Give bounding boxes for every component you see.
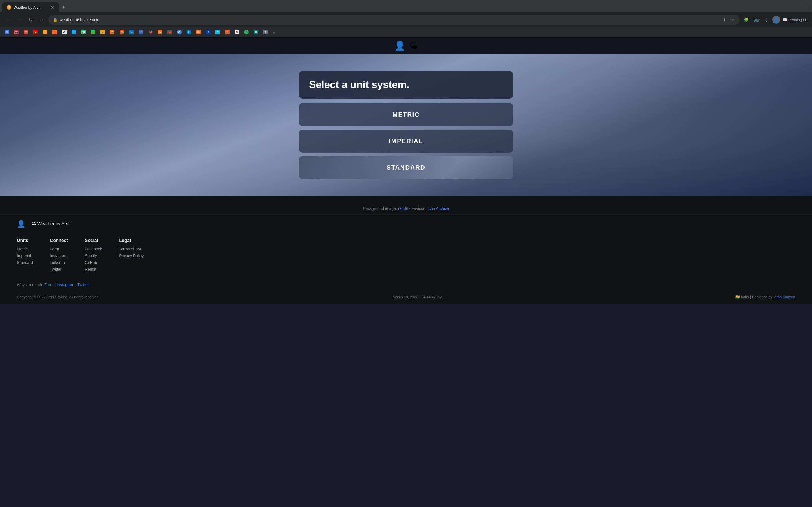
list-item: Standard (17, 260, 33, 265)
bookmark-google[interactable]: G (175, 29, 184, 36)
back-button[interactable]: ← (3, 15, 12, 24)
browser-menu-button[interactable]: ⋮ (762, 15, 771, 24)
bookmark-brave[interactable]: 🦁 (223, 29, 232, 36)
bookmark-paytm[interactable]: P (213, 29, 222, 36)
credits-middle: • Favicon: (408, 206, 427, 211)
bookmark-wikipedia[interactable]: W (60, 29, 69, 36)
spotify-link[interactable]: Spotify (85, 253, 97, 258)
share-button[interactable]: ⬆ (722, 16, 728, 24)
twitter-link[interactable]: Twitter (50, 267, 61, 272)
bookmarks-overflow[interactable]: » (271, 29, 277, 35)
reddit-link[interactable]: Reddit (85, 267, 96, 272)
page-header-bar: 👤 🌤 (0, 37, 812, 54)
bookmark-green[interactable]: 🌿 (89, 29, 98, 36)
reach-sep1: | (53, 283, 56, 287)
reach-form-link[interactable]: Form (44, 283, 54, 287)
list-item: Facebook (85, 246, 102, 251)
bookmark-package[interactable]: 📦 (108, 29, 117, 36)
reach-instagram-link[interactable]: Instagram (57, 283, 74, 287)
footer-breadcrumb: 👤 › 🌤 Weather by Arsh (0, 216, 812, 232)
apple-icon: 🍎 (167, 30, 172, 34)
bookmark-notion[interactable]: N (232, 29, 241, 36)
facebook-link[interactable]: Facebook (85, 247, 102, 251)
location-info: 🇮🇳 India | Designed by: Arsh Saxena (735, 295, 795, 299)
extensions-button[interactable]: 🧩 (742, 15, 751, 24)
footer-site-icon: 🌤 (31, 221, 36, 226)
terms-link[interactable]: Terms of Use (119, 247, 142, 251)
bookmark-instagram[interactable]: 📸 (12, 29, 21, 36)
github-link[interactable]: GitHub (85, 260, 97, 265)
cast-button[interactable]: 📺 (752, 15, 761, 24)
credits-prefix: Background image: (363, 206, 398, 211)
credits-reddit-link[interactable]: reddit (398, 206, 408, 211)
apps-icon: ⊞ (4, 30, 9, 34)
facebook-icon: f (139, 30, 143, 34)
footer-credits: Background image: reddit • Favicon: Icon… (0, 203, 812, 216)
bookmark-facebook[interactable]: f (137, 29, 146, 36)
breadcrumb-chevron: › (28, 222, 29, 226)
bookmark-button[interactable]: ☆ (729, 16, 735, 24)
instagram-link[interactable]: Instagram (50, 253, 67, 258)
footer: Background image: reddit • Favicon: Icon… (0, 196, 812, 304)
footer-columns: Units Metric Imperial Standard Connect F… (0, 232, 812, 279)
list-item: GitHub (85, 260, 102, 265)
linkedin-icon: in (129, 30, 134, 34)
list-item: Imperial (17, 253, 33, 258)
linkedin-link[interactable]: LinkedIn (50, 260, 65, 265)
credits-icon-archive-link[interactable]: Icon Archive (427, 206, 449, 211)
bookmark-apps[interactable]: ⊞ (2, 29, 11, 36)
window-menu-button[interactable]: ⌄ (804, 4, 810, 11)
bookmark-twitter[interactable]: 🐦 (69, 29, 79, 36)
bookmark-youtube[interactable]: ▶ (31, 29, 40, 36)
bookmark-mi[interactable]: Mi (194, 29, 203, 36)
bookmark-shaw[interactable]: S (185, 29, 193, 36)
tab-close-button[interactable]: ✕ (50, 5, 54, 10)
reach-sep2: | (74, 283, 77, 287)
shaw-icon: S (187, 30, 191, 34)
standard-button[interactable]: STANDARD (299, 156, 513, 179)
bookmark-icon: 🔖 (52, 30, 57, 34)
imperial-link[interactable]: Imperial (17, 253, 31, 258)
forward-button[interactable]: → (15, 15, 24, 24)
reload-button[interactable]: ↻ (26, 15, 35, 24)
bookmark-apple[interactable]: 🍎 (165, 29, 174, 36)
tab-favicon: 🌤 (7, 5, 11, 10)
reading-list-button[interactable]: 📖 Reading List (782, 17, 809, 22)
url-bar[interactable]: 🔒 weather.arshsaxena.in ⬆ ☆ (49, 15, 740, 25)
github-icon: 🐙 (148, 30, 153, 34)
bookmark-bookmark[interactable]: 🔖 (50, 29, 59, 36)
bookmark-reddit[interactable]: 👽 (117, 29, 126, 36)
privacy-link[interactable]: Privacy Policy (119, 253, 144, 258)
bookmark-bing[interactable]: B (252, 29, 260, 36)
form-link[interactable]: Form (50, 247, 59, 251)
bookmark-gmail[interactable]: M (21, 29, 31, 36)
bookmark-bebee[interactable]: b (156, 29, 165, 36)
bookmark-spotify[interactable]: 🎵 (242, 29, 251, 36)
bookmark-jio[interactable]: J (204, 29, 213, 36)
list-item: Instagram (50, 253, 68, 258)
unit-heading: Select a unit system. (309, 79, 503, 91)
bookmark-whatsapp[interactable]: 💬 (79, 29, 88, 36)
profile-button[interactable]: 👤 (772, 16, 780, 24)
new-tab-button[interactable]: + (60, 3, 67, 11)
bookmark-gear[interactable]: ⚙ (261, 29, 270, 36)
bookmark-linkedin[interactable]: in (127, 29, 136, 36)
col-units-list: Metric Imperial Standard (17, 246, 33, 265)
standard-link[interactable]: Standard (17, 260, 33, 265)
col-connect-heading: Connect (50, 238, 68, 243)
location-text: India (741, 295, 749, 299)
active-tab[interactable]: 🌤 Weather by Arsh ✕ (2, 2, 59, 12)
tab-bar: 🌤 Weather by Arsh ✕ + ⌄ (0, 0, 812, 12)
gear-bm-icon: ⚙ (263, 30, 268, 34)
imperial-button[interactable]: IMPERIAL (299, 129, 513, 153)
home-button[interactable]: ⌂ (37, 15, 46, 24)
bookmark-github[interactable]: 🐙 (146, 29, 155, 36)
designer-link[interactable]: Arsh Saxena (774, 295, 795, 299)
metric-link[interactable]: Metric (17, 247, 28, 251)
reach-twitter-link[interactable]: Twitter (77, 283, 89, 287)
metric-button[interactable]: METRIC (299, 103, 513, 126)
bookmark-check[interactable]: ✓ (41, 29, 50, 36)
unit-container: Select a unit system. METRIC IMPERIAL ST… (299, 71, 513, 179)
bookmark-amazon[interactable]: a (98, 29, 107, 36)
google-icon: G (177, 30, 182, 34)
